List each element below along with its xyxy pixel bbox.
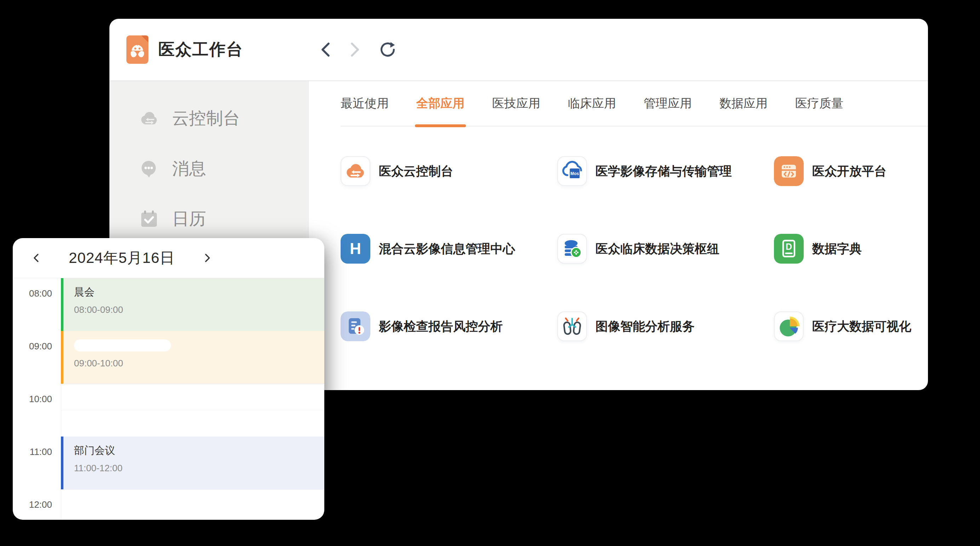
blue-h-tile-icon: H <box>340 234 370 263</box>
app-hybrid-cloud-imaging-center[interactable]: H 混合云影像信息管理中心 <box>340 234 557 263</box>
calendar-event-redacted[interactable]: 09:00-10:00 <box>61 331 324 384</box>
refresh-icon <box>379 41 396 59</box>
app-cloud-console[interactable]: 医众云控制台 <box>340 156 557 186</box>
window-title: 医众工作台 <box>158 38 243 61</box>
nav-controls <box>318 41 396 59</box>
forward-button[interactable] <box>347 41 363 59</box>
time-label: 12:00 <box>13 499 52 510</box>
database-plus-icon <box>557 234 587 263</box>
blue-cloud-mos-icon: Mos <box>557 156 587 186</box>
half-hour-gridline <box>61 410 324 410</box>
chat-bubble-icon <box>139 158 159 179</box>
svg-text:Mos: Mos <box>570 171 579 176</box>
app-label: 影像检查报告风控分析 <box>379 318 503 335</box>
calendar-check-icon <box>139 209 159 229</box>
chevron-left-icon <box>32 252 41 263</box>
window-header: 医众工作台 <box>110 19 928 81</box>
chevron-left-icon <box>320 42 332 58</box>
apps-panel: 最近使用 全部应用 医技应用 临床应用 管理应用 数据应用 医疗质量 <box>309 81 928 390</box>
sidebar-item-label: 消息 <box>172 157 206 180</box>
event-title-redacted <box>74 339 171 351</box>
calendar-day-grid: 08:00 09:00 10:00 11:00 12:00 晨会 08:00-0… <box>13 278 324 520</box>
pie-chart-icon <box>774 311 804 341</box>
refresh-button[interactable] <box>379 41 396 59</box>
app-label: 医学影像存储与传输管理 <box>595 163 732 180</box>
svg-text:D: D <box>786 242 792 252</box>
app-label: 医众开放平台 <box>812 163 886 180</box>
svg-text:H: H <box>350 240 361 257</box>
time-label: 08:00 <box>13 288 52 299</box>
app-imaging-report-risk-analysis[interactable]: 影像检查报告风控分析 <box>340 311 557 341</box>
tab-medtech-apps[interactable]: 医技应用 <box>492 81 540 126</box>
app-open-platform[interactable]: 医众开放平台 <box>774 156 928 186</box>
app-clinical-data-hub[interactable]: 医众临床数据决策枢纽 <box>557 234 774 263</box>
event-time: 08:00-09:00 <box>74 304 324 315</box>
app-data-dictionary[interactable]: D 数据字典 <box>774 234 928 263</box>
green-dictionary-icon: D <box>774 234 804 263</box>
tab-clinical-apps[interactable]: 临床应用 <box>568 81 616 126</box>
chevron-right-icon <box>203 252 212 263</box>
app-grid: 医众云控制台 Mos 医学影像存储与传输管理 <box>340 156 928 341</box>
hour-gridline <box>61 384 324 384</box>
event-title: 部门会议 <box>74 444 324 458</box>
app-label: 混合云影像信息管理中心 <box>379 241 515 257</box>
event-time: 09:00-10:00 <box>74 358 324 369</box>
sidebar-item-calendar[interactable]: 日历 <box>110 194 309 244</box>
app-category-tabs: 最近使用 全部应用 医技应用 临床应用 管理应用 数据应用 医疗质量 <box>340 81 928 126</box>
event-time: 11:00-12:00 <box>74 463 324 474</box>
app-imaging-storage-transfer[interactable]: Mos 医学影像存储与传输管理 <box>557 156 774 186</box>
lungs-analysis-icon <box>557 311 587 341</box>
app-logo-icon <box>126 35 148 64</box>
chevron-right-icon <box>349 42 361 58</box>
tab-medical-quality[interactable]: 医疗质量 <box>795 81 843 126</box>
time-label: 09:00 <box>13 341 52 352</box>
tab-management-apps[interactable]: 管理应用 <box>644 81 692 126</box>
orange-code-window-icon <box>774 156 804 186</box>
calendar-panel: 2024年5月16日 08:00 09:00 10:00 11:00 12:00… <box>13 238 324 520</box>
sidebar-item-label: 日历 <box>172 208 206 230</box>
app-label: 图像智能分析服务 <box>595 318 695 335</box>
desktop-background: 医众工作台 <box>0 0 980 546</box>
calendar-prev-day-button[interactable] <box>28 250 44 266</box>
app-label: 医众云控制台 <box>379 163 453 180</box>
orange-cloud-sliders-icon <box>340 156 370 186</box>
sidebar-item-cloud-console[interactable]: 云控制台 <box>110 93 309 144</box>
time-label: 11:00 <box>13 447 52 457</box>
app-label: 医疗大数据可视化 <box>812 318 911 335</box>
cloud-sliders-icon <box>139 108 159 129</box>
app-label: 医众临床数据决策枢纽 <box>595 241 719 257</box>
calendar-next-day-button[interactable] <box>200 250 215 266</box>
event-title: 晨会 <box>74 285 324 299</box>
app-big-data-visualization[interactable]: 医疗大数据可视化 <box>774 311 928 341</box>
calendar-header: 2024年5月16日 <box>13 238 324 278</box>
report-warning-icon <box>340 311 370 341</box>
calendar-event-department-meeting[interactable]: 部门会议 11:00-12:00 <box>61 436 324 489</box>
tab-recently-used[interactable]: 最近使用 <box>340 81 389 126</box>
calendar-event-morning-meeting[interactable]: 晨会 08:00-09:00 <box>61 278 324 331</box>
sidebar-item-messages[interactable]: 消息 <box>110 144 309 194</box>
app-label: 数据字典 <box>812 241 862 257</box>
calendar-date-title: 2024年5月16日 <box>44 248 200 268</box>
hour-gridline <box>61 489 324 490</box>
tab-all-apps[interactable]: 全部应用 <box>416 81 465 126</box>
time-label: 10:00 <box>13 394 52 405</box>
app-image-ai-analysis[interactable]: 图像智能分析服务 <box>557 311 774 341</box>
tab-data-apps[interactable]: 数据应用 <box>719 81 768 126</box>
back-button[interactable] <box>318 41 334 59</box>
active-tab-underline <box>415 125 466 127</box>
sidebar-item-label: 云控制台 <box>172 107 240 130</box>
